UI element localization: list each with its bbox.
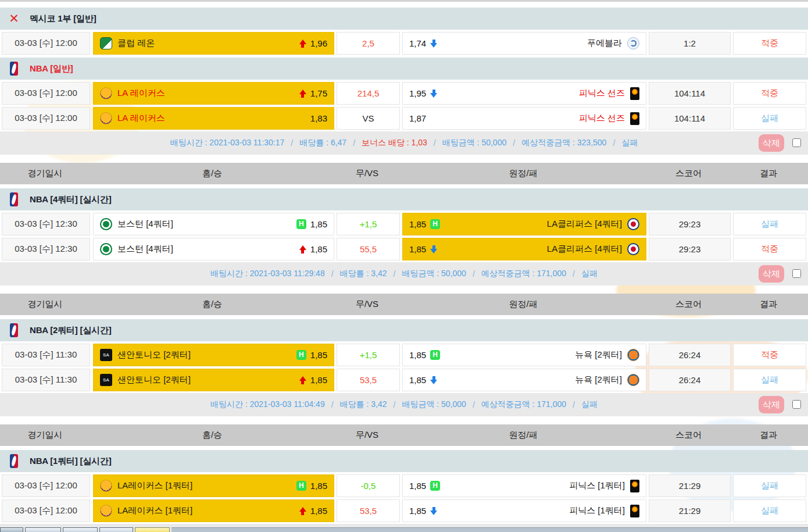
handicap-icon: H [430, 350, 440, 360]
match-datetime: 03-03 [수] 12:00 [2, 499, 90, 522]
delete-checkbox[interactable] [792, 138, 801, 147]
nba-logo-icon [10, 323, 18, 337]
draw-vs-cell[interactable]: VS [337, 107, 400, 130]
league-title: NBA [2쿼터] [실시간] [30, 325, 112, 336]
bet-row: 03-03 [수] 11:30 SA 샌안토니오 [2쿼터] H 1,85 +1… [0, 344, 808, 366]
away-bet-cell[interactable]: 1,85 H 피닉스 [1쿼터] [402, 474, 646, 497]
lakers-icon [100, 505, 112, 517]
total-cell[interactable]: 53,5 [337, 369, 400, 391]
total-cell[interactable]: 55,5 [337, 238, 400, 260]
bet-row: 03-03 [수] 12:30 보스턴 [4쿼터] H 1,85 +1,5 1,… [0, 213, 808, 235]
separator: / [613, 138, 615, 148]
home-odds: 1,96 [310, 38, 327, 48]
away-team-name: LA클리퍼스 [4쿼터] [547, 244, 622, 255]
draw-total-cell[interactable]: 2,5 [337, 32, 400, 55]
slip-status: 실패 [581, 269, 598, 279]
draw-total-cell[interactable]: 214,5 [337, 82, 400, 105]
bottom-tab[interactable] [0, 527, 23, 532]
delete-checkbox[interactable] [792, 269, 801, 278]
bottom-tab[interactable] [99, 527, 133, 532]
col-score: 스코어 [646, 168, 731, 179]
result-badge: 적중 [733, 238, 806, 260]
bottom-tab[interactable] [25, 527, 61, 532]
score-cell: 1:2 [649, 32, 731, 55]
home-team-name: 샌안토니오 [2쿼터] [117, 349, 191, 360]
col-home: 홈/승 [90, 430, 334, 441]
away-bet-cell[interactable]: 1,74 푸에블라 [402, 32, 646, 55]
away-bet-cell[interactable]: 1,85 LA클리퍼스 [4쿼터] [402, 238, 646, 260]
away-odds: 1,85 [409, 375, 426, 385]
odds-down-icon [430, 376, 437, 384]
knicks-icon [627, 374, 639, 386]
home-bet-cell[interactable]: SA 샌안토니오 [2쿼터] H 1,85 [93, 344, 334, 366]
home-bet-cell[interactable]: 클럽 레온 1,96 [93, 32, 334, 55]
handicap-icon: H [296, 219, 306, 229]
away-bet-cell[interactable]: 1,85 H 뉴욕 [2쿼터] [402, 344, 646, 366]
handicap-icon: H [430, 219, 440, 229]
handicap-cell[interactable]: -0,5 [337, 474, 400, 497]
score-cell: 29:23 [649, 213, 731, 235]
away-bet-cell[interactable]: 1,95 피닉스 선즈 [402, 82, 646, 105]
col-result: 결과 [731, 430, 806, 441]
bet-time: 배팅시간 : 2021-03-03 11:29:48 [210, 269, 325, 279]
home-bet-cell[interactable]: 보스턴 [4쿼터] 1,85 [93, 238, 334, 260]
col-away: 원정/패 [400, 168, 646, 179]
league-header-nba-q1: NBA [1쿼터] [실시간] [0, 450, 808, 472]
result-badge: 실패 [733, 369, 806, 391]
match-datetime: 03-03 [수] 12:30 [2, 213, 90, 235]
bottom-tab-active[interactable] [135, 527, 170, 532]
handicap-cell[interactable]: +1,5 [337, 344, 400, 366]
home-bet-cell[interactable]: LA레이커스 [1쿼터] 1,85 [93, 499, 334, 522]
away-team-name: 피닉스 [1쿼터] [569, 505, 625, 516]
col-draw: 무/VS [334, 299, 400, 310]
phoenix-suns-icon [630, 112, 639, 125]
lakers-icon [100, 87, 112, 99]
delete-checkbox[interactable] [792, 400, 801, 409]
result-badge: 적중 [733, 32, 806, 55]
away-bet-cell[interactable]: 1,87 피닉스 선즈 [402, 107, 646, 130]
col-datetime: 경기일시 [0, 168, 90, 179]
handicap-icon: H [296, 350, 306, 360]
celtics-icon [100, 243, 112, 255]
home-team-name: LA레이커스 [1쿼터] [117, 480, 192, 491]
col-datetime: 경기일시 [0, 430, 90, 441]
separator: / [394, 400, 396, 409]
home-odds: 1,75 [310, 88, 327, 98]
total-odds: 배당률 : 3,42 [340, 269, 387, 279]
total-cell[interactable]: 53,5 [337, 499, 400, 522]
home-bet-cell[interactable]: SA 샌안토니오 [2쿼터] 1,85 [93, 369, 334, 391]
score-cell: 21:29 [649, 474, 731, 497]
bet-row: 03-03 [수] 12:30 보스턴 [4쿼터] 1,85 55,5 1,85… [0, 238, 808, 260]
bottom-tab[interactable] [63, 527, 98, 532]
handicap-cell[interactable]: +1,5 [337, 213, 400, 235]
delete-button[interactable]: 삭제 [759, 396, 784, 413]
separator: / [573, 400, 575, 409]
home-odds: 1,85 [310, 219, 327, 229]
score-cell: 104:114 [649, 82, 731, 105]
home-bet-cell[interactable]: 보스턴 [4쿼터] H 1,85 [93, 213, 334, 235]
bet-slip-summary: 배팅시간 : 2021-03-03 11:29:48 / 배당률 : 3,42 … [0, 262, 808, 285]
home-bet-cell[interactable]: LA 레이커스 1,83 [93, 107, 334, 130]
league-title: NBA [4쿼터] [실시간] [30, 194, 112, 205]
delete-button[interactable]: 삭제 [759, 265, 784, 283]
bet-amount: 배팅금액 : 50,000 [402, 399, 466, 410]
expected-winnings: 예상적중금액 : 323,500 [521, 138, 606, 148]
expected-winnings: 예상적중금액 : 171,000 [481, 399, 566, 410]
away-bet-cell[interactable]: 1,85 뉴욕 [2쿼터] [402, 369, 646, 391]
home-odds: 1,85 [310, 506, 327, 516]
home-team-name: LA 레이커스 [117, 113, 165, 124]
delete-button[interactable]: 삭제 [759, 134, 784, 152]
away-bet-cell[interactable]: 1,85 H LA클리퍼스 [4쿼터] [402, 213, 646, 235]
league-title: NBA [일반] [30, 63, 73, 74]
separator: / [473, 269, 475, 279]
slip-status: 실패 [581, 399, 598, 410]
bet-time: 배팅시간 : 2021-03-03 11:30:17 [170, 138, 285, 148]
home-bet-cell[interactable]: LA레이커스 [1쿼터] H 1,85 [93, 474, 334, 497]
home-bet-cell[interactable]: LA 레이커스 1,75 [93, 82, 334, 105]
col-draw: 무/VS [334, 430, 400, 441]
home-team-name: 보스턴 [4쿼터] [117, 244, 173, 255]
away-odds: 1,85 [409, 244, 426, 254]
clippers-icon [627, 243, 639, 255]
away-bet-cell[interactable]: 1,85 피닉스 [1쿼터] [402, 499, 646, 522]
league-header-nba-q2: NBA [2쿼터] [실시간] [0, 319, 808, 341]
